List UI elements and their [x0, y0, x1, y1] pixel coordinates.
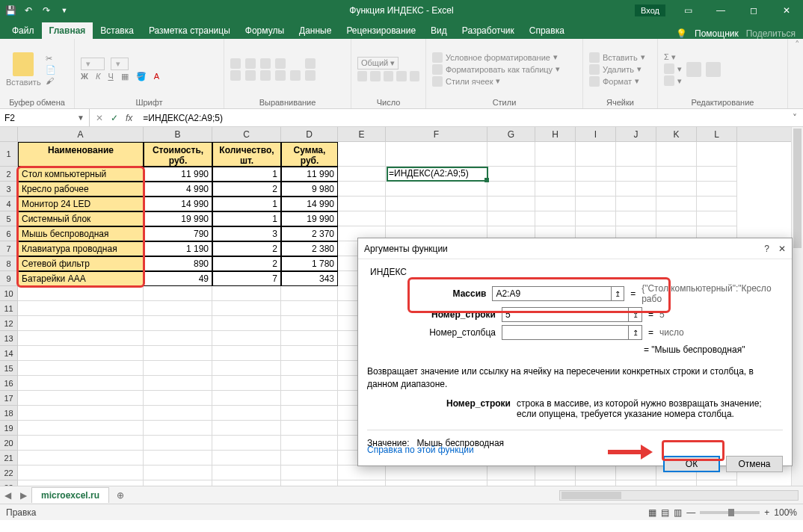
cell[interactable]	[281, 331, 338, 346]
row-header[interactable]: 10	[0, 286, 17, 301]
cell[interactable]	[18, 480, 144, 486]
cell[interactable]: Стоимость, руб.	[144, 142, 212, 167]
row-header[interactable]: 20	[0, 436, 17, 451]
maximize-icon[interactable]: ◻	[737, 0, 770, 21]
cancel-formula-icon[interactable]: ✕	[96, 113, 103, 123]
vertical-scroll-thumb[interactable]	[793, 129, 802, 248]
arg-input-row[interactable]	[502, 307, 629, 322]
cell[interactable]: 19 990	[144, 211, 212, 226]
cell[interactable]: 11 990	[144, 167, 212, 182]
row-header[interactable]: 8	[0, 256, 17, 271]
row-header[interactable]: 7	[0, 241, 17, 256]
cell[interactable]: 1	[212, 197, 281, 211]
horizontal-scroll-thumb[interactable]	[562, 492, 621, 499]
ribbon-display-icon[interactable]: ▭	[671, 0, 704, 21]
cond-format-label[interactable]: Условное форматирование	[446, 53, 550, 62]
autosum-icon[interactable]: Σ ▾	[664, 52, 676, 62]
cell[interactable]	[281, 376, 338, 391]
cond-format-icon[interactable]	[432, 52, 443, 63]
cell[interactable]	[697, 142, 737, 167]
arg-input-col[interactable]	[502, 325, 629, 340]
column-header[interactable]: A	[18, 127, 144, 141]
cell[interactable]	[338, 197, 386, 211]
align-center-icon[interactable]	[245, 70, 256, 81]
cell[interactable]	[386, 480, 487, 486]
cell[interactable]	[212, 466, 281, 480]
format-cells-label[interactable]: Формат	[603, 77, 632, 86]
cell[interactable]: Сетевой фильтр	[18, 256, 144, 271]
cell[interactable]	[656, 182, 697, 197]
tab-file[interactable]: Файл	[4, 22, 42, 39]
cell[interactable]	[656, 480, 697, 486]
zoom-level[interactable]: 100%	[774, 507, 797, 518]
cell[interactable]	[535, 182, 576, 197]
cell[interactable]	[144, 436, 212, 451]
cell[interactable]	[281, 301, 338, 316]
insert-cells-icon[interactable]	[589, 52, 600, 63]
range-picker-icon[interactable]: ↥	[612, 286, 624, 301]
tab-review[interactable]: Рецензирование	[339, 22, 423, 39]
cell[interactable]	[144, 331, 212, 346]
cell[interactable]: Системный блок	[18, 211, 144, 226]
zoom-in-icon[interactable]: +	[764, 507, 769, 518]
column-header[interactable]: H	[535, 127, 576, 141]
cell[interactable]	[144, 406, 212, 421]
indent-dec-icon[interactable]	[275, 70, 286, 81]
cell[interactable]	[144, 316, 212, 331]
cell[interactable]: 2 370	[281, 226, 338, 241]
format-table-label[interactable]: Форматировать как таблицу	[446, 65, 553, 74]
wrap-text-icon[interactable]	[305, 58, 316, 69]
dec-decimal-icon[interactable]	[410, 71, 419, 81]
inc-decimal-icon[interactable]	[396, 71, 406, 81]
cell[interactable]: 890	[144, 256, 212, 271]
cell[interactable]	[386, 197, 487, 211]
align-top-icon[interactable]	[230, 58, 241, 69]
horizontal-scrollbar[interactable]	[559, 490, 799, 501]
cell[interactable]	[487, 480, 535, 486]
sheet-nav-next-icon[interactable]: ▶	[16, 490, 31, 501]
comma-icon[interactable]	[384, 71, 393, 81]
indent-inc-icon[interactable]	[290, 70, 301, 81]
column-header[interactable]: G	[487, 127, 535, 141]
row-header[interactable]: 15	[0, 361, 17, 376]
column-header[interactable]: K	[656, 127, 697, 141]
cell[interactable]	[212, 391, 281, 406]
cell[interactable]	[656, 197, 697, 211]
cell[interactable]	[212, 421, 281, 436]
zoom-slider[interactable]	[700, 511, 760, 514]
view-page-layout-icon[interactable]: ▤	[661, 507, 669, 518]
row-header[interactable]: 16	[0, 376, 17, 391]
align-right-icon[interactable]	[260, 70, 271, 81]
cell-styles-icon[interactable]	[432, 76, 443, 87]
cell[interactable]: 343	[281, 271, 338, 286]
save-icon[interactable]: 💾	[4, 4, 16, 16]
tell-me-label[interactable]: Помощник	[695, 28, 739, 39]
row-header[interactable]: 1	[0, 142, 17, 167]
cell[interactable]	[281, 361, 338, 376]
arg-input-array[interactable]	[492, 286, 612, 301]
ok-button[interactable]: ОК	[663, 456, 720, 472]
cell[interactable]	[535, 142, 576, 167]
font-size-combo[interactable]: ▾	[111, 58, 129, 70]
cell[interactable]: 14 990	[281, 197, 338, 211]
enter-formula-icon[interactable]: ✓	[111, 113, 118, 123]
cell[interactable]	[281, 406, 338, 421]
row-header[interactable]: 22	[0, 466, 17, 480]
cell[interactable]	[212, 361, 281, 376]
cell[interactable]	[18, 466, 144, 480]
underline-button[interactable]: Ч	[108, 72, 113, 81]
cell[interactable]: 4 990	[144, 182, 212, 197]
cell[interactable]	[697, 167, 737, 182]
clear-icon[interactable]	[664, 75, 674, 86]
cell[interactable]: Клавиатура проводная	[18, 241, 144, 256]
tab-home[interactable]: Главная	[42, 22, 93, 39]
cell[interactable]	[18, 406, 144, 421]
cell[interactable]	[616, 182, 656, 197]
delete-cells-label[interactable]: Удалить	[603, 65, 634, 74]
cell[interactable]	[487, 142, 535, 167]
vertical-scrollbar[interactable]	[791, 127, 803, 486]
cell[interactable]	[697, 197, 737, 211]
qat-dropdown-icon[interactable]: ▼	[58, 4, 70, 16]
cell[interactable]	[576, 211, 616, 226]
cell[interactable]	[338, 142, 386, 167]
